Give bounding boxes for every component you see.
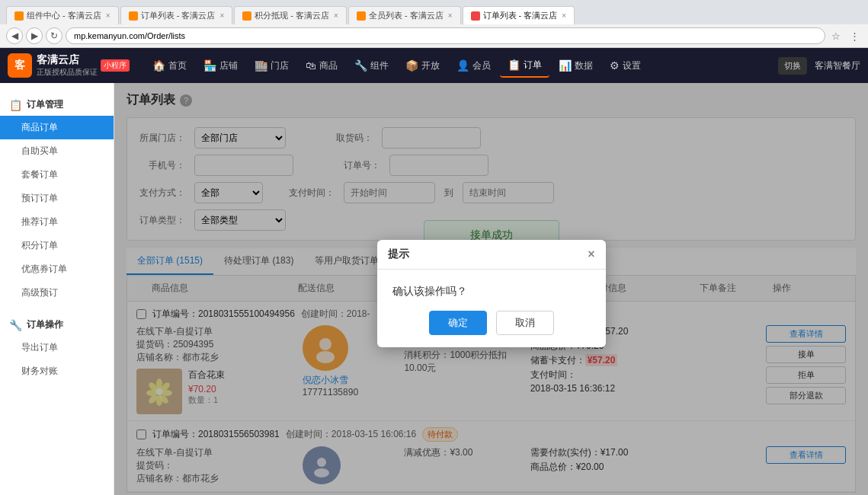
order-mgmt-icon: 📋 bbox=[9, 99, 22, 111]
nav-branch-label: 门店 bbox=[271, 59, 289, 72]
nav-goods[interactable]: 🛍商品 bbox=[298, 55, 345, 77]
nav-goods-label: 商品 bbox=[319, 59, 338, 72]
tab-favicon-5 bbox=[471, 11, 480, 21]
nav-data[interactable]: 📊数据 bbox=[551, 55, 601, 77]
sidebar-section-order-ops: 🔧 订单操作 导出订单 财务对账 bbox=[0, 309, 114, 388]
settings-icon[interactable]: ⋮ bbox=[847, 28, 862, 43]
tab-close-5[interactable]: × bbox=[562, 11, 566, 20]
address-bar[interactable] bbox=[66, 27, 825, 44]
refresh-button[interactable]: ↻ bbox=[46, 27, 62, 44]
component-icon: 🔧 bbox=[354, 59, 367, 72]
switch-button[interactable]: 切换 bbox=[778, 57, 807, 75]
tab-close-1[interactable]: × bbox=[106, 11, 111, 20]
tab-close-3[interactable]: × bbox=[334, 11, 338, 20]
tab-4[interactable]: 全员列表 - 客满云店 × bbox=[348, 6, 461, 24]
forward-button[interactable]: ▶ bbox=[26, 27, 43, 44]
content-area: 📋 订单管理 商品订单 自助买单 套餐订单 预订订单 推荐订单 积分订单 优惠券… bbox=[0, 83, 868, 495]
member-icon: 👤 bbox=[456, 59, 469, 72]
sidebar-section-header-ops: 🔧 订单操作 bbox=[0, 314, 114, 336]
store-icon: 🏪 bbox=[203, 59, 216, 72]
tab-label-2: 订单列表 - 客满云店 bbox=[141, 10, 216, 21]
logo-icon: 客 bbox=[8, 53, 32, 78]
store-name: 客满智餐厅 bbox=[815, 59, 860, 72]
nav-component-label: 组件 bbox=[370, 59, 389, 72]
sidebar-item-package-order[interactable]: 套餐订单 bbox=[0, 163, 114, 187]
branch-icon: 🏬 bbox=[255, 59, 267, 72]
tab-favicon-2 bbox=[129, 11, 138, 21]
nav-home[interactable]: 🏠首页 bbox=[145, 55, 194, 77]
nav-data-label: 数据 bbox=[575, 59, 593, 72]
modal-body: 确认该操作吗？ bbox=[377, 270, 606, 311]
nav-store-label: 店铺 bbox=[219, 59, 238, 72]
tab-label-3: 积分抵现 - 客满云店 bbox=[255, 10, 329, 21]
modal-close-icon[interactable]: × bbox=[588, 248, 594, 261]
sidebar-item-goods-order[interactable]: 商品订单 bbox=[0, 116, 114, 139]
tab-2[interactable]: 订单列表 - 客满云店 × bbox=[120, 6, 233, 24]
back-button[interactable]: ◀ bbox=[6, 27, 23, 44]
logo-area: 客 客满云店 正版授权品质保证 小程序 bbox=[8, 53, 130, 78]
modal-overlay: 提示 × 确认该操作吗？ 确定 取消 bbox=[114, 83, 868, 495]
nav-branch[interactable]: 🏬门店 bbox=[247, 55, 296, 77]
modal-confirm-button[interactable]: 确定 bbox=[429, 311, 487, 335]
sidebar-item-export-order[interactable]: 导出订单 bbox=[0, 336, 114, 359]
tab-close-4[interactable]: × bbox=[448, 11, 453, 20]
modal-cancel-button[interactable]: 取消 bbox=[496, 311, 554, 335]
tab-label-4: 全员列表 - 客满云店 bbox=[369, 10, 444, 21]
mini-prog-badge: 小程序 bbox=[101, 59, 130, 72]
bookmark-icon[interactable]: ☆ bbox=[828, 28, 844, 43]
nav-member-label: 会员 bbox=[472, 59, 491, 72]
modal-title: 提示 bbox=[388, 248, 409, 261]
nav-right: 切换 客满智餐厅 bbox=[778, 57, 860, 75]
nav-settings-label: 设置 bbox=[623, 59, 641, 72]
main-content: 订单列表 ? 所属门店： 全部门店 取货码： 手机号： bbox=[114, 83, 868, 495]
tab-favicon-3 bbox=[242, 11, 251, 21]
nav-open[interactable]: 📦开放 bbox=[398, 55, 447, 77]
nav-store[interactable]: 🏪店铺 bbox=[196, 55, 245, 77]
tab-label-5: 订单列表 - 客满云店 bbox=[483, 10, 558, 21]
nav-home-label: 首页 bbox=[168, 59, 187, 72]
sidebar: 📋 订单管理 商品订单 自助买单 套餐订单 预订订单 推荐订单 积分订单 优惠券… bbox=[0, 83, 114, 495]
logo-text: 客满云店 bbox=[37, 53, 79, 65]
home-icon: 🏠 bbox=[152, 59, 165, 72]
nav-open-label: 开放 bbox=[421, 59, 440, 72]
nav-items: 🏠首页 🏪店铺 🏬门店 🛍商品 🔧组件 📦开放 👤会员 📋订单 📊数据 ⚙设置 bbox=[145, 54, 778, 78]
tab-label-1: 组件中心 - 客满云店 bbox=[27, 10, 101, 21]
modal-box: 提示 × 确认该操作吗？ 确定 取消 bbox=[377, 240, 606, 347]
order-icon: 📋 bbox=[508, 59, 520, 71]
sidebar-item-self-order[interactable]: 自助买单 bbox=[0, 139, 114, 163]
open-icon: 📦 bbox=[405, 59, 418, 72]
sidebar-section-label-order: 订单管理 bbox=[27, 98, 63, 111]
sidebar-item-advance-reserve[interactable]: 高级预订 bbox=[0, 281, 114, 305]
tab-5[interactable]: 订单列表 - 客满云店 × bbox=[463, 6, 575, 24]
nav-order[interactable]: 📋订单 bbox=[500, 54, 549, 78]
sidebar-item-points-order[interactable]: 积分订单 bbox=[0, 234, 114, 257]
sidebar-section-label-ops: 订单操作 bbox=[27, 318, 63, 331]
tab-1[interactable]: 组件中心 - 客满云店 × bbox=[6, 6, 119, 24]
sidebar-section-header-order: 📋 订单管理 bbox=[0, 94, 114, 116]
modal-footer: 确定 取消 bbox=[377, 311, 606, 347]
ops-icon: 🔧 bbox=[9, 319, 22, 331]
sidebar-section-order-mgmt: 📋 订单管理 商品订单 自助买单 套餐订单 预订订单 推荐订单 积分订单 优惠券… bbox=[0, 89, 114, 309]
modal-header: 提示 × bbox=[377, 240, 606, 270]
sidebar-item-coupon-order[interactable]: 优惠券订单 bbox=[0, 257, 114, 281]
sidebar-item-recommend-order[interactable]: 推荐订单 bbox=[0, 210, 114, 234]
tab-favicon-1 bbox=[14, 11, 24, 21]
data-icon: 📊 bbox=[559, 59, 572, 72]
modal-message: 确认该操作吗？ bbox=[392, 285, 467, 297]
nav-member[interactable]: 👤会员 bbox=[449, 55, 498, 77]
nav-settings[interactable]: ⚙设置 bbox=[602, 55, 649, 77]
top-nav: 客 客满云店 正版授权品质保证 小程序 🏠首页 🏪店铺 🏬门店 🛍商品 🔧组件 … bbox=[0, 48, 868, 83]
settings-nav-icon: ⚙ bbox=[610, 59, 620, 72]
nav-order-label: 订单 bbox=[524, 59, 542, 72]
logo-sub: 正版授权品质保证 bbox=[37, 67, 98, 78]
tab-close-2[interactable]: × bbox=[219, 11, 224, 20]
nav-component[interactable]: 🔧组件 bbox=[347, 55, 396, 77]
goods-icon: 🛍 bbox=[306, 59, 316, 72]
tab-favicon-4 bbox=[357, 11, 366, 21]
tab-3[interactable]: 积分抵现 - 客满云店 × bbox=[234, 6, 347, 24]
sidebar-item-finance[interactable]: 财务对账 bbox=[0, 359, 114, 383]
sidebar-item-reserve-order[interactable]: 预订订单 bbox=[0, 187, 114, 210]
